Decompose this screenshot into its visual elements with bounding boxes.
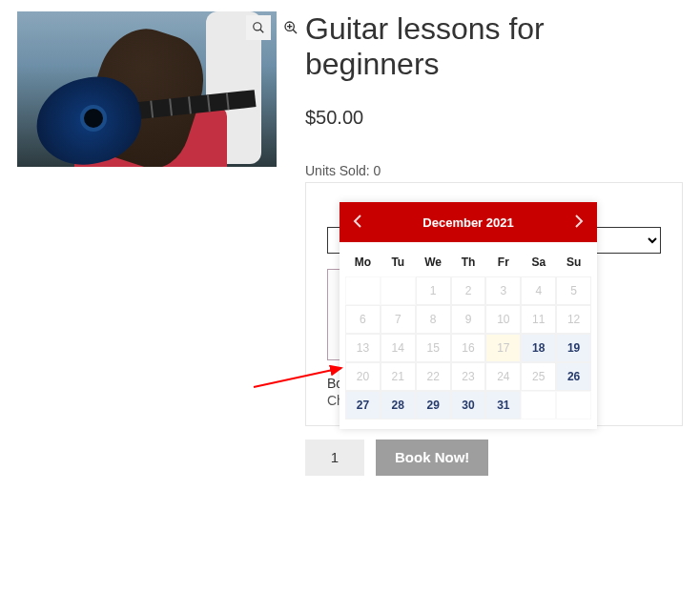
calendar-month-label: December 2021 (422, 215, 513, 230)
calendar-day: 20 (345, 362, 381, 391)
calendar-day: 21 (381, 362, 416, 391)
product-price: $50.00 (305, 107, 683, 129)
calendar-day (556, 391, 591, 419)
calendar-day: 13 (345, 334, 381, 362)
calendar-day[interactable]: 29 (416, 391, 451, 419)
calendar-day: 14 (381, 334, 416, 362)
calendar-day[interactable]: 30 (451, 391, 486, 419)
calendar-day: 11 (521, 305, 556, 334)
calendar-day[interactable]: 28 (381, 391, 416, 419)
product-image[interactable] (17, 11, 277, 167)
calendar-day: 1 (416, 276, 451, 305)
calendar-day[interactable]: 26 (556, 362, 591, 391)
calendar-prev-icon[interactable] (349, 211, 366, 235)
product-image-column (17, 11, 277, 476)
calendar-day: 22 (416, 362, 451, 391)
calendar-weekday: Sa (521, 248, 556, 276)
calendar-day: 15 (416, 334, 451, 362)
calendar-day: 25 (521, 362, 556, 391)
book-now-button[interactable]: Book Now! (376, 440, 488, 476)
calendar-day: 6 (345, 305, 381, 334)
calendar-day (345, 276, 381, 305)
svg-point-0 (254, 23, 261, 31)
svg-line-1 (260, 30, 264, 33)
calendar-day: 3 (485, 276, 521, 305)
calendar-weekday: Su (556, 248, 591, 276)
calendar-day (521, 391, 556, 419)
calendar-day[interactable]: 18 (521, 334, 556, 362)
calendar-weekday: Mo (345, 248, 381, 276)
calendar-day: 8 (416, 305, 451, 334)
calendar-day: 7 (381, 305, 416, 334)
calendar-day[interactable]: 19 (556, 334, 591, 362)
calendar-day: 16 (451, 334, 486, 362)
svg-line-5 (293, 30, 297, 33)
calendar-next-icon[interactable] (570, 211, 587, 235)
units-sold: Units Sold: 0 (305, 163, 683, 178)
calendar-day[interactable]: 27 (345, 391, 381, 419)
calendar-weekday: Tu (381, 248, 416, 276)
calendar-day (381, 276, 416, 305)
calendar-day: 10 (485, 305, 521, 334)
magnify-icon[interactable] (280, 17, 301, 38)
calendar-day: 5 (556, 276, 591, 305)
calendar-grid: MoTuWeThFrSaSu 1234567891011121314151617… (340, 242, 597, 429)
product-title: Guitar lessons for beginners (305, 11, 683, 82)
calendar-day: 24 (485, 362, 521, 391)
calendar-day: 4 (521, 276, 556, 305)
calendar-day: 9 (451, 305, 486, 334)
calendar-weekday: Fr (485, 248, 521, 276)
calendar-day: 17 (485, 334, 521, 362)
zoom-icon[interactable] (246, 15, 271, 40)
quantity-input[interactable] (305, 440, 364, 476)
calendar-popup: December 2021 MoTuWeThFrSaSu 12345678910… (340, 202, 597, 429)
calendar-day: 23 (451, 362, 486, 391)
calendar-day[interactable]: 31 (485, 391, 521, 419)
calendar-day: 12 (556, 305, 591, 334)
calendar-weekday: Th (451, 248, 486, 276)
calendar-day: 2 (451, 276, 486, 305)
calendar-weekday: We (416, 248, 451, 276)
